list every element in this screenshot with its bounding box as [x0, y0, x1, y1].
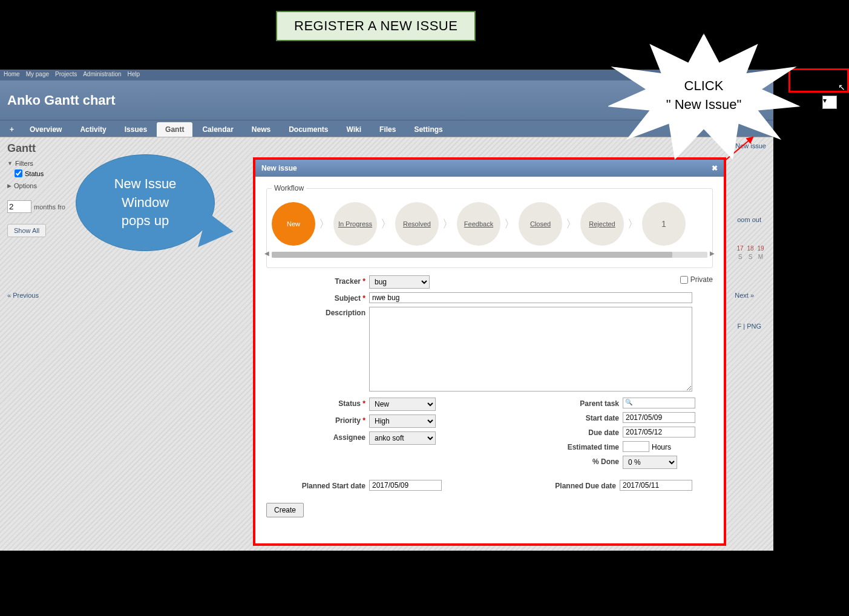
modal-title: New issue: [261, 164, 297, 172]
status-field-label: Status *: [266, 398, 369, 408]
step-new[interactable]: New: [272, 202, 315, 246]
modal-body: Workflow New 〉 In Progress 〉 Resolved 〉 …: [255, 177, 724, 525]
scrollbar-thumb[interactable]: [272, 252, 672, 258]
cursor-icon: ↖: [838, 82, 845, 92]
description-label: Description: [266, 307, 369, 317]
step-label: Feedback: [464, 220, 493, 228]
step-rejected[interactable]: Rejected: [580, 202, 624, 246]
day-18: 18: [746, 245, 755, 252]
callout-starburst: CLICK " New Issue": [607, 33, 801, 166]
nav-mypage[interactable]: My page: [26, 71, 49, 79]
prev-link[interactable]: « Previous: [7, 292, 39, 299]
startdate-label: Start date: [502, 412, 623, 422]
subject-input[interactable]: [369, 292, 692, 303]
duedate-label: Due date: [502, 427, 623, 437]
tab-documents[interactable]: Documents: [280, 122, 336, 137]
tab-calendar[interactable]: Calendar: [194, 122, 241, 137]
calendar-weekdays: S S M: [736, 254, 765, 260]
tab-files[interactable]: Files: [371, 122, 404, 137]
priority-select[interactable]: High: [369, 414, 436, 428]
two-column-fields: Status * New Priority * High Assignee an…: [266, 398, 713, 473]
chevron-right-icon: 〉: [504, 217, 515, 231]
nav-home[interactable]: Home: [4, 71, 20, 79]
startdate-row: Start date: [502, 412, 713, 423]
export-links[interactable]: F | PNG: [737, 323, 761, 330]
esttime-label: Estimated time: [502, 441, 623, 451]
tracker-label: Tracker *: [266, 275, 369, 286]
esttime-row: Estimated time Hours: [502, 441, 713, 452]
tracker-select[interactable]: bug: [369, 275, 430, 289]
priority-label: Priority *: [266, 414, 369, 425]
expand-icon: ▶: [7, 183, 11, 189]
chevron-right-icon: 〉: [442, 217, 453, 231]
esttime-unit: Hours: [652, 441, 671, 451]
new-issue-modal: New issue ✖ Workflow New 〉 In Progress 〉…: [255, 160, 724, 543]
assignee-select[interactable]: anko soft: [369, 431, 436, 445]
private-checkbox[interactable]: [680, 276, 688, 284]
planned-due-input[interactable]: [620, 480, 692, 491]
tracker-row: Tracker * bug Private: [266, 275, 713, 289]
tab-activity[interactable]: Activity: [71, 122, 114, 137]
duedate-input[interactable]: [623, 427, 695, 437]
nav-projects[interactable]: Projects: [55, 71, 77, 79]
show-all-button[interactable]: Show All: [7, 224, 46, 237]
step-feedback[interactable]: Feedback: [457, 202, 500, 246]
next-link[interactable]: Next »: [735, 292, 754, 299]
create-button[interactable]: Create: [266, 503, 304, 517]
chevron-right-icon: 〉: [566, 217, 577, 231]
tab-wiki[interactable]: Wiki: [338, 122, 370, 137]
done-label: % Done: [502, 456, 623, 466]
zoom-out-link[interactable]: oom out: [737, 216, 761, 223]
months-label: months fro: [34, 203, 65, 211]
status-select[interactable]: New: [369, 398, 436, 411]
tab-gantt[interactable]: Gantt: [157, 122, 192, 137]
tab-news[interactable]: News: [243, 122, 279, 137]
nav-admin[interactable]: Administration: [83, 71, 121, 79]
planned-start-input[interactable]: [369, 480, 442, 491]
step-last[interactable]: 1: [642, 202, 686, 246]
filters-label: Filters: [15, 160, 33, 167]
wd-s: S: [736, 254, 744, 260]
tab-add[interactable]: +: [4, 122, 20, 137]
step-label: Resolved: [403, 220, 431, 228]
step-label: Closed: [530, 220, 551, 228]
calendar-days: 17 18 19: [736, 245, 765, 252]
chevron-right-icon: 〉: [628, 217, 638, 231]
subject-row: Subject *: [266, 292, 713, 303]
description-textarea[interactable]: [369, 307, 692, 392]
workflow-scrollbar[interactable]: [272, 252, 707, 258]
starburst-text: CLICK " New Issue": [607, 77, 801, 114]
collapse-icon: ▼: [7, 160, 13, 166]
done-select[interactable]: 0 %: [623, 456, 677, 469]
step-in-progress[interactable]: In Progress: [333, 202, 377, 246]
tab-overview[interactable]: Overview: [21, 122, 70, 137]
tab-settings[interactable]: Settings: [405, 122, 451, 137]
status-checkbox[interactable]: [15, 169, 22, 177]
planned-due-row: Planned Due date: [499, 480, 713, 491]
workflow-steps: New 〉 In Progress 〉 Resolved 〉 Feedback …: [272, 202, 707, 246]
bubble-tail: [198, 212, 237, 255]
done-row: % Done 0 %: [502, 456, 713, 469]
wd-s2: S: [746, 254, 755, 260]
project-jump-select[interactable]: ▾: [822, 96, 837, 109]
planned-start-row: Planned Start date: [266, 480, 480, 491]
step-label: In Progress: [338, 220, 372, 228]
project-title: Anko Gantt chart: [7, 93, 115, 108]
planned-start-label: Planned Start date: [266, 480, 369, 490]
description-row: Description: [266, 307, 713, 392]
nav-help[interactable]: Help: [128, 71, 140, 79]
parent-input[interactable]: [623, 398, 695, 408]
esttime-input[interactable]: [623, 441, 649, 452]
step-closed[interactable]: Closed: [519, 202, 562, 246]
planned-right: Planned Due date: [499, 480, 713, 494]
months-input[interactable]: [7, 200, 31, 213]
right-column: Parent task Start date Due date Estimate…: [502, 398, 713, 473]
step-resolved[interactable]: Resolved: [395, 202, 439, 246]
planned-left: Planned Start date: [266, 480, 480, 494]
tab-issues[interactable]: Issues: [116, 122, 156, 137]
status-label: Status: [25, 170, 44, 177]
day-19: 19: [756, 245, 765, 252]
startdate-input[interactable]: [623, 412, 695, 423]
search-icon: [623, 398, 695, 408]
subject-label: Subject *: [266, 292, 369, 303]
